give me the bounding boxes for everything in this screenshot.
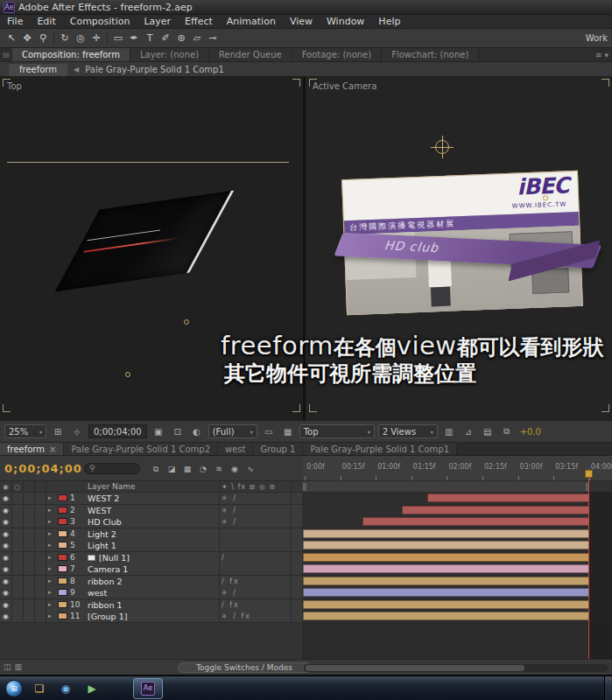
twirl-icon[interactable]: ▸	[48, 518, 52, 526]
layer-duration-bar[interactable]	[402, 506, 589, 514]
layer-name[interactable]: HD Club	[88, 517, 122, 527]
visibility-eye-icon[interactable]: ◉	[3, 612, 9, 620]
visibility-eye-icon[interactable]: ◉	[3, 494, 9, 502]
menu-item-layer[interactable]: Layer	[137, 15, 178, 29]
layer-row[interactable]: ◉▸3HD Club✳ /	[0, 516, 302, 528]
layer-switches[interactable]: ✳ / fx	[222, 612, 251, 620]
menu-item-effect[interactable]: Effect	[178, 15, 220, 29]
comp-flowchart-icon[interactable]: ⧉	[499, 424, 515, 438]
layer-color-swatch[interactable]	[58, 518, 67, 525]
layer-duration-bar[interactable]	[303, 541, 589, 550]
folder-icon[interactable]: ❏	[29, 679, 50, 698]
zoom-tool-icon[interactable]: ⚲	[35, 32, 51, 44]
visibility-eye-icon[interactable]: ◉	[3, 578, 9, 585]
layer-color-swatch[interactable]	[58, 530, 67, 537]
visibility-eye-icon[interactable]: ◉	[3, 507, 9, 514]
layer-row[interactable]: ◉▸11[Group 1]✳ / fx	[0, 611, 302, 622]
pen-tool-icon[interactable]: ✒	[126, 32, 142, 44]
layer-name[interactable]: WEST 2	[88, 494, 119, 503]
panel-tab-1[interactable]: Render Queue	[209, 48, 292, 61]
layer-name[interactable]: west	[88, 588, 107, 598]
light-point-icon[interactable]	[125, 372, 130, 377]
layer-duration-bar[interactable]	[303, 612, 589, 620]
visibility-eye-icon[interactable]: ◉	[3, 518, 9, 526]
layer-row[interactable]: ◉▸1WEST 2✳ /	[0, 493, 302, 504]
menu-item-animation[interactable]: Animation	[220, 15, 283, 29]
timeline-tab-0[interactable]: freeform×	[0, 443, 64, 455]
puppet-pin-tool-icon[interactable]: ⊸	[205, 32, 221, 44]
visibility-eye-icon[interactable]: ◉	[3, 601, 9, 609]
layer-name-column-label[interactable]: Layer Name	[88, 482, 136, 491]
timeline-button-icon[interactable]: ▤	[480, 424, 496, 438]
menu-item-edit[interactable]: Edit	[30, 15, 62, 29]
timeline-tab-4[interactable]: Pale Gray-Purple Solid 1 Comp1	[303, 443, 457, 455]
tab-composition[interactable]: Composition: freeform	[12, 48, 130, 61]
layer-color-swatch[interactable]	[58, 542, 67, 549]
exposure-value[interactable]: +0.0	[518, 427, 543, 437]
twirl-icon[interactable]: ▸	[48, 494, 52, 502]
show-snapshot-icon[interactable]: ⊡	[170, 424, 186, 438]
menu-item-file[interactable]: File	[0, 15, 30, 29]
timeline-tab-3[interactable]: Group 1	[253, 443, 303, 455]
layer-name[interactable]: ribbon 2	[88, 577, 123, 586]
close-tab-icon[interactable]: ×	[49, 443, 56, 455]
work-area-bar[interactable]	[302, 481, 612, 493]
twirl-icon[interactable]: ▸	[48, 554, 52, 562]
magnification-select[interactable]: 25%▾	[4, 424, 46, 438]
pan-behind-tool-icon[interactable]: ✛	[88, 32, 104, 44]
take-snapshot-icon[interactable]: ▣	[151, 424, 166, 438]
billboard-layer[interactable]: iBEC WWW.IBEC.TW 台灣國際演播電視器材展 HD club	[341, 171, 583, 315]
breadcrumb-comp[interactable]: freeform	[9, 64, 67, 76]
layer-color-swatch[interactable]	[58, 554, 67, 561]
timeline-tab-2[interactable]: west	[218, 443, 253, 455]
brush-tool-icon[interactable]: ✐	[158, 32, 173, 44]
live-update-icon[interactable]: ◪	[165, 462, 179, 476]
grid-guides-icon[interactable]: ⊞	[50, 424, 66, 438]
region-of-interest-icon[interactable]: ▭	[261, 424, 277, 438]
motion-blur-icon[interactable]: ◉	[228, 462, 242, 476]
panel-tab-0[interactable]: Layer: (none)	[130, 48, 209, 61]
layer-duration-bar[interactable]	[303, 529, 589, 538]
eraser-tool-icon[interactable]: ▱	[189, 32, 205, 44]
layer-row[interactable]: ◉▸7Camera 1	[0, 564, 302, 575]
layer-name[interactable]: Camera 1	[88, 564, 128, 574]
twirl-icon[interactable]: ▸	[48, 542, 52, 550]
type-tool-icon[interactable]: T	[142, 32, 158, 44]
back-arrow-icon[interactable]: ◀	[74, 66, 79, 74]
layer-color-swatch[interactable]	[58, 612, 67, 620]
view-select[interactable]: Top▾	[299, 424, 375, 438]
taskbar-after-effects-button[interactable]: Ae	[133, 678, 163, 699]
current-timecode[interactable]: 0;00;04;00	[4, 462, 82, 475]
layer-switches[interactable]: / fx	[222, 578, 240, 585]
viewport-top[interactable]: Top	[0, 77, 303, 421]
time-ruler[interactable]: 0:00f00:15f01:00f01:15f02:00f02:15f03:00…	[302, 456, 612, 481]
draft-3d-icon[interactable]: ▦	[180, 462, 194, 476]
layer-name[interactable]: ribbon 1	[88, 600, 123, 610]
layer-color-swatch[interactable]	[58, 494, 67, 501]
shape-tool-icon[interactable]: ▭	[110, 32, 126, 44]
rotation-tool-icon[interactable]: ↻	[57, 32, 73, 44]
twirl-icon[interactable]: ▸	[48, 589, 52, 597]
menu-item-window[interactable]: Window	[320, 15, 371, 29]
layer-duration-bar[interactable]	[427, 494, 589, 502]
selection-tool-icon[interactable]: ↖	[4, 32, 19, 44]
work-area-start-handle[interactable]	[303, 483, 306, 491]
light-point-icon[interactable]	[184, 319, 189, 325]
layer-switches[interactable]: /	[222, 554, 226, 562]
layer-row[interactable]: ◉▸9west✳ /	[0, 587, 302, 598]
layer-name[interactable]: Light 1	[88, 541, 116, 550]
hide-shy-icon[interactable]: ◔	[196, 462, 210, 476]
mask-visibility-icon[interactable]: ⊹	[69, 424, 85, 438]
menu-item-help[interactable]: Help	[371, 15, 407, 29]
layer-duration-bar[interactable]	[303, 564, 589, 573]
media-player-icon[interactable]: ▶	[81, 679, 102, 698]
twirl-icon[interactable]: ▸	[48, 612, 52, 620]
layer-row[interactable]: ◉▸5Light 1	[0, 540, 302, 551]
menu-item-composition[interactable]: Composition	[63, 15, 137, 29]
start-button[interactable]: ⊞	[5, 680, 23, 697]
viewport-active-camera[interactable]: Active Camera iBEC WWW.IBEC.TW 台灣國際演播電視器…	[306, 77, 612, 421]
toggle-switches-modes-button[interactable]: Toggle Switches / Modes	[178, 662, 311, 673]
layer-switches[interactable]: ✳ /	[222, 589, 237, 597]
menu-item-view[interactable]: View	[283, 15, 320, 29]
view-layout-select[interactable]: 2 Views▾	[378, 424, 438, 438]
